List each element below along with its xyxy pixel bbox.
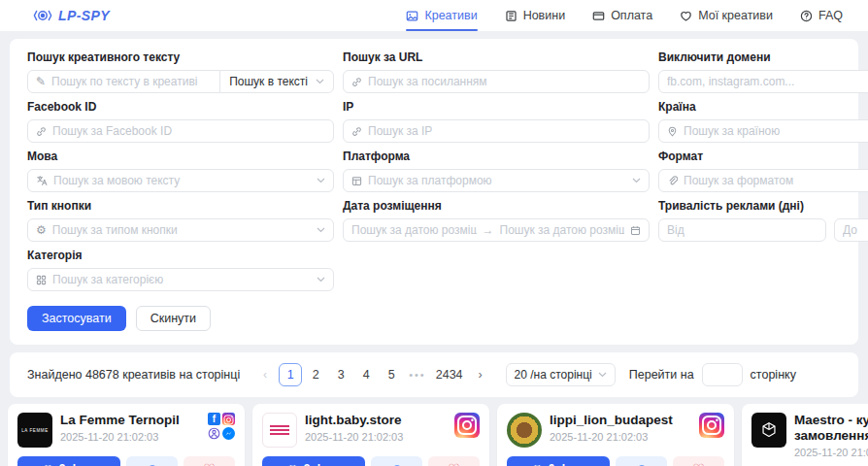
button-type-select[interactable]: ⚙ (27, 218, 334, 242)
goto-page: Перейти на сторінку (629, 363, 796, 386)
pagination-page-4[interactable]: 4 (354, 363, 378, 386)
logo-eye-icon (33, 9, 52, 22)
advertiser-name[interactable]: La Femme Ternopil (60, 413, 200, 428)
reset-button[interactable]: Скинути (136, 306, 211, 331)
favorite-button[interactable]: ♡ (184, 456, 235, 466)
arrow-right-icon: → (483, 223, 494, 237)
creative-text-input-box: ✎ (27, 70, 220, 93)
creative-card[interactable]: Maestro - кухні, меблі на замовлення в У… (742, 404, 868, 466)
view-button[interactable] (616, 456, 667, 466)
avatar: LA FEMME (17, 413, 52, 448)
date-from-input[interactable] (351, 223, 477, 237)
tab-label: Новини (523, 9, 566, 22)
pagination-page-3[interactable]: 3 (329, 363, 352, 386)
tab-label: Оплата (611, 9, 652, 22)
days-active-button[interactable]: 0 days (507, 456, 610, 466)
filter-format: Формат (658, 150, 868, 192)
creative-card[interactable]: LA FEMME La Femme Ternopil 2025-11-20 21… (8, 404, 245, 466)
results-summary: Знайдено 48678 креативів на сторінці (27, 368, 240, 382)
creatives-tab-icon (406, 10, 418, 22)
brand-logo[interactable]: LP-SPY (33, 8, 110, 23)
platform-input[interactable] (368, 174, 626, 187)
tab-creatives[interactable]: Креативи (406, 0, 477, 31)
chevron-down-icon (316, 79, 324, 84)
apply-button[interactable]: Застосувати (27, 306, 126, 331)
gear-icon: ⚙ (36, 224, 47, 236)
window-icon (351, 176, 362, 186)
filter-creative-text: Пошук креативного тексту ✎ Пошук в текст… (27, 50, 334, 93)
days-label: 3 days (59, 462, 95, 466)
facebook-id-input[interactable] (52, 124, 325, 138)
filter-country: Країна (658, 100, 868, 143)
filter-label: Платформа (343, 150, 650, 163)
page-size-value: 20 /на сторінці (515, 368, 592, 382)
platform-icons: f (208, 413, 235, 440)
days-active-button[interactable]: 3 days (17, 456, 120, 466)
tab-payment[interactable]: Оплата (592, 0, 652, 31)
view-button[interactable] (371, 456, 422, 466)
duration-from-input[interactable] (667, 223, 818, 237)
url-input[interactable] (368, 75, 641, 88)
filter-label: IP (343, 100, 650, 114)
pagination-page-last[interactable]: 2434 (432, 363, 467, 386)
pagination-next[interactable]: › (469, 363, 492, 386)
country-input-box (658, 119, 868, 143)
tab-my-creatives[interactable]: Мої креативи (680, 0, 773, 31)
news-tab-icon (505, 10, 517, 22)
placement-date-range[interactable]: → (343, 218, 650, 242)
heart-icon: ♡ (448, 461, 460, 466)
text-search-mode-select[interactable]: Пошук в тексті (219, 70, 334, 93)
ip-input[interactable] (368, 124, 641, 138)
pagination-prev[interactable]: ‹ (253, 363, 277, 386)
filter-button-type: Тип кнопки ⚙ (27, 199, 334, 242)
pagination-page-5[interactable]: 5 (380, 363, 403, 386)
duration-to-box (834, 218, 868, 242)
filter-label: Тип кнопки (27, 199, 334, 213)
tab-faq[interactable]: FAQ (800, 0, 843, 31)
category-select[interactable] (27, 268, 334, 291)
filter-exclude-domains: Виключити домени (658, 50, 868, 93)
language-select[interactable] (27, 169, 334, 192)
tab-news[interactable]: Новини (505, 0, 566, 31)
advertiser-name[interactable]: Maestro - кухні, меблі на замовлення в У… (794, 413, 868, 444)
favorite-button[interactable]: ♡ (428, 456, 480, 466)
button-type-input[interactable] (52, 223, 311, 237)
creative-date: 2025-11-20 21:02:03 (60, 431, 200, 443)
creative-card[interactable]: lippi_lion_budapest 2025-11-20 21:02:03 … (497, 404, 734, 466)
duration-to-input[interactable] (843, 223, 868, 237)
category-input[interactable] (52, 273, 311, 286)
language-input[interactable] (53, 174, 311, 187)
days-active-button[interactable]: 3 days (262, 456, 365, 466)
pagination-ellipsis[interactable]: ••• (405, 363, 430, 386)
platform-select[interactable] (343, 169, 650, 192)
creative-date: 2025-11-20 21:02:03 (794, 447, 868, 458)
view-button[interactable] (126, 456, 178, 466)
filter-label: Пошук за URL (343, 50, 650, 64)
days-label: 0 days (549, 462, 584, 466)
advertiser-name[interactable]: light.baby.store (305, 413, 447, 428)
favorite-button[interactable]: ♡ (673, 456, 724, 466)
date-to-input[interactable] (500, 223, 625, 237)
calendar-icon (630, 225, 641, 236)
exclude-domains-input[interactable] (667, 75, 868, 88)
filter-ip: IP (343, 100, 650, 143)
page-size-select[interactable]: 20 /на сторінці (506, 363, 616, 386)
creative-card[interactable]: light.baby.store 2025-11-20 21:02:03 3 d… (252, 404, 489, 466)
creative-date: 2025-11-20 21:02:03 (550, 431, 691, 443)
results-bar: Знайдено 48678 креативів на сторінці ‹ 1… (10, 352, 858, 397)
pencil-icon: ✎ (36, 76, 46, 87)
chevron-down-icon (598, 372, 607, 378)
pin-icon (667, 126, 678, 137)
ip-input-box (343, 119, 650, 143)
pagination-page-2[interactable]: 2 (304, 363, 327, 386)
advertiser-name[interactable]: lippi_lion_budapest (550, 413, 691, 428)
chevron-down-icon (317, 178, 325, 183)
format-input[interactable] (684, 174, 868, 187)
creative-text-input[interactable] (51, 75, 212, 88)
goto-page-input[interactable] (702, 363, 743, 386)
country-input[interactable] (684, 124, 868, 138)
filter-label: Facebook ID (27, 100, 334, 114)
instagram-icon (222, 413, 235, 425)
chevron-down-icon (317, 277, 325, 283)
pagination-page-1[interactable]: 1 (279, 363, 302, 386)
